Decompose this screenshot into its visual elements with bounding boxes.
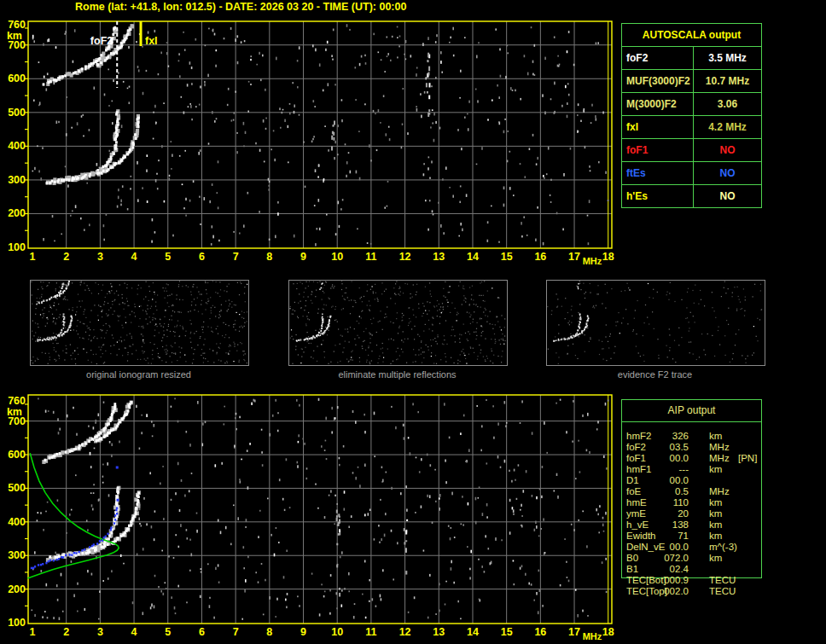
- parameter-value: 00.0: [658, 542, 689, 553]
- svg-text:18: 18: [602, 251, 614, 263]
- parameter-label: B1: [626, 564, 638, 575]
- panel-eliminate-reflections: [289, 281, 507, 365]
- station-title: Rome (lat: +41.8, lon: 012.5) - DATE: 20…: [75, 1, 406, 13]
- parameter-label: h'Es: [622, 185, 693, 207]
- table-row: DelN_vE00.0m^(-3): [622, 542, 761, 553]
- svg-text:760: 760: [8, 19, 26, 31]
- autoscala-table-header: AUTOSCALA output: [622, 24, 761, 46]
- parameter-label: foF1: [626, 453, 646, 464]
- table-row: B0072.0km: [622, 553, 761, 564]
- svg-text:3: 3: [97, 626, 103, 638]
- parameter-value: 00.0: [658, 475, 689, 486]
- parameter-value: 002.0: [658, 586, 689, 597]
- table-row: foF100.0MHz[PN]: [622, 453, 761, 464]
- svg-text:12: 12: [399, 626, 411, 638]
- parameter-label: M(3000)F2: [622, 93, 693, 115]
- parameter-value: 138: [658, 519, 689, 531]
- svg-text:MHz: MHz: [583, 256, 602, 266]
- parameter-unit: km: [709, 519, 722, 531]
- parameter-label: foF2: [622, 47, 693, 69]
- parameter-label: MUF(3000)F2: [622, 70, 693, 92]
- top-ionogram-plot: 760km70060050040030020010012345678910111…: [0, 12, 619, 268]
- parameter-unit: km: [709, 531, 722, 542]
- parameter-label: foF2: [626, 442, 646, 453]
- svg-text:12: 12: [399, 251, 411, 263]
- svg-text:100: 100: [8, 241, 26, 253]
- parameter-value: 0.5: [658, 486, 689, 497]
- parameter-label: ymE: [626, 508, 646, 519]
- svg-text:700: 700: [8, 415, 26, 427]
- svg-text:1: 1: [30, 251, 36, 263]
- svg-text:300: 300: [8, 174, 26, 186]
- parameter-value: 20: [658, 508, 689, 519]
- svg-text:6: 6: [199, 251, 205, 263]
- svg-text:2: 2: [63, 626, 69, 638]
- aip-table-header: AIP output: [622, 400, 761, 422]
- svg-text:600: 600: [8, 449, 26, 461]
- parameter-unit: km: [709, 497, 722, 508]
- svg-text:15: 15: [501, 626, 513, 638]
- parameter-value: NO: [693, 185, 761, 207]
- panel-eliminate-reflections-box: [288, 280, 508, 366]
- table-row: B102.4: [622, 564, 761, 575]
- svg-text:16: 16: [534, 626, 546, 638]
- svg-text:13: 13: [433, 626, 445, 638]
- svg-text:fxI: fxI: [145, 35, 158, 47]
- svg-text:500: 500: [8, 107, 26, 119]
- parameter-unit: m^(-3): [709, 542, 737, 553]
- svg-text:5: 5: [165, 626, 171, 638]
- panel-caption: evidence F2 trace: [546, 369, 764, 380]
- parameter-value: 02.4: [658, 564, 689, 575]
- table-row: TEC[Bot]000.9TECU: [622, 575, 761, 586]
- svg-text:3: 3: [97, 251, 103, 263]
- parameter-label: hmF1: [626, 464, 651, 475]
- svg-text:MHz: MHz: [583, 631, 602, 641]
- parameter-unit: MHz: [709, 453, 730, 464]
- aip-output-table: AIP output hmF2326kmfoF203.5MHzfoF100.0M…: [621, 399, 762, 578]
- parameter-unit: km: [709, 431, 722, 442]
- panel-original-resized: [31, 281, 248, 365]
- svg-text:1: 1: [30, 626, 36, 638]
- svg-text:100: 100: [8, 617, 26, 629]
- parameter-unit: MHz: [709, 486, 730, 497]
- panel-evidence-f2: [547, 281, 765, 365]
- table-row: ymE20km: [622, 508, 761, 519]
- parameter-unit: MHz: [709, 442, 730, 453]
- parameter-value: 4.2 MHz: [693, 116, 761, 138]
- svg-text:500: 500: [8, 482, 26, 494]
- parameter-value: 326: [658, 431, 689, 442]
- svg-text:9: 9: [300, 626, 306, 638]
- parameter-label: foF1: [622, 139, 693, 161]
- svg-text:5: 5: [165, 251, 171, 263]
- svg-text:11: 11: [365, 626, 376, 638]
- parameter-unit: km: [709, 508, 722, 519]
- parameter-value: 000.9: [658, 575, 689, 586]
- table-row: TEC[Top]002.0TECU: [622, 586, 761, 597]
- svg-text:15: 15: [501, 251, 513, 263]
- parameter-value: 110: [658, 497, 689, 508]
- svg-text:11: 11: [365, 251, 376, 263]
- panel-original-resized-box: [30, 280, 249, 366]
- svg-text:7: 7: [233, 251, 239, 263]
- panel-evidence-f2-box: [546, 280, 765, 366]
- svg-text:4: 4: [131, 251, 137, 263]
- svg-text:7: 7: [233, 626, 239, 638]
- parameter-value: 072.0: [658, 553, 689, 564]
- parameter-label: B0: [626, 553, 638, 564]
- table-row: hmF2326km: [622, 431, 761, 442]
- svg-text:2: 2: [63, 251, 69, 263]
- svg-text:14: 14: [467, 251, 479, 263]
- parameter-label: D1: [626, 475, 639, 486]
- svg-text:10: 10: [331, 626, 343, 638]
- table-row: foF203.5MHz: [622, 442, 761, 453]
- table-row: D100.0: [622, 475, 761, 486]
- svg-text:9: 9: [300, 251, 306, 263]
- parameter-note: [PN]: [738, 453, 757, 464]
- svg-text:400: 400: [8, 516, 26, 528]
- table-row: MUF(3000)F210.7 MHz: [622, 69, 761, 92]
- parameter-value: 3.5 MHz: [693, 47, 761, 69]
- svg-text:17: 17: [568, 251, 580, 263]
- parameter-label: Ewidth: [626, 531, 656, 542]
- table-row: foE0.5MHz: [622, 486, 761, 497]
- table-row: Ewidth71km: [622, 531, 761, 542]
